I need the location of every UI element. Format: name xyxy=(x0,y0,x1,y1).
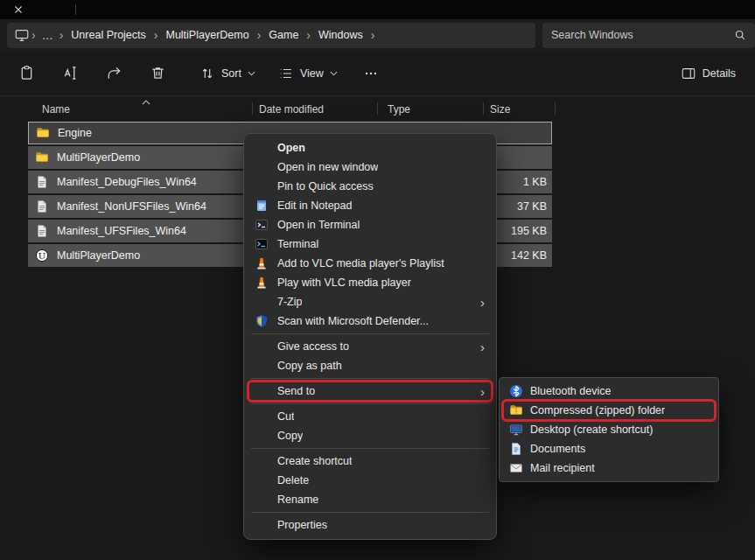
submenu-item-compressed-zipped-folder[interactable]: Compressed (zipped) folder xyxy=(503,401,715,420)
menu-item-label: Terminal xyxy=(277,238,318,250)
menu-item-label: Open in new window xyxy=(277,161,378,173)
menu-item-create-shortcut[interactable]: Create shortcut xyxy=(248,452,492,471)
menu-item-send-to[interactable]: Send to› xyxy=(248,382,492,401)
sort-ascending-icon xyxy=(142,100,150,105)
windows-terminal-icon xyxy=(255,237,269,251)
menu-item-properties[interactable]: Properties xyxy=(248,515,492,535)
menu-item-rename[interactable]: Rename xyxy=(248,490,492,509)
menu-item-copy-as-path[interactable]: Copy as path xyxy=(248,356,492,375)
column-header-name[interactable]: Name xyxy=(28,98,247,120)
chevron-right-icon[interactable]: › xyxy=(58,29,66,41)
folder-icon xyxy=(35,150,49,164)
terminal-icon xyxy=(255,218,269,232)
sort-button[interactable]: Sort xyxy=(192,58,262,89)
close-tab-icon[interactable] xyxy=(14,5,23,14)
rename-button[interactable] xyxy=(52,58,87,89)
zip-folder-icon xyxy=(509,403,523,417)
details-pane-label: Details xyxy=(703,67,736,80)
menu-item-label: Create shortcut xyxy=(277,455,352,467)
menu-item-label: Edit in Notepad xyxy=(277,200,352,212)
menu-item-label: Desktop (create shortcut) xyxy=(530,424,653,436)
breadcrumb-item-unreal-projects[interactable]: Unreal Projects xyxy=(65,26,151,44)
menu-separator xyxy=(251,333,489,334)
share-icon xyxy=(106,65,122,81)
submenu-item-desktop-create-shortcut[interactable]: Desktop (create shortcut) xyxy=(503,420,715,439)
menu-item-give-access-to[interactable]: Give access to› xyxy=(248,337,492,356)
this-pc-icon[interactable] xyxy=(14,27,30,43)
menu-separator xyxy=(251,448,489,449)
mail-icon xyxy=(509,461,523,475)
column-header-label: Type xyxy=(388,103,410,116)
menu-item-7-zip[interactable]: 7-Zip› xyxy=(248,292,492,312)
menu-item-edit-in-notepad[interactable]: Edit in Notepad xyxy=(248,196,492,215)
breadcrumb-item-windows[interactable]: Windows xyxy=(312,26,369,44)
vlc-icon xyxy=(255,256,269,270)
menu-item-play-with-vlc-media-player[interactable]: Play with VLC media player xyxy=(248,273,492,292)
column-header-label: Name xyxy=(42,103,70,116)
more-options-button[interactable] xyxy=(353,58,388,89)
breadcrumb-item-multiplayerdemo[interactable]: MultiPlayerDemo xyxy=(159,26,255,44)
menu-item-label: Compressed (zipped) folder xyxy=(530,404,665,416)
blank-icon xyxy=(255,410,269,424)
menu-item-open-in-new-window[interactable]: Open in new window xyxy=(248,158,492,177)
trash-icon xyxy=(150,65,166,81)
chevron-right-icon[interactable]: › xyxy=(30,29,38,41)
sort-button-label: Sort xyxy=(221,67,241,80)
text-file-icon xyxy=(35,224,49,238)
blank-icon xyxy=(255,141,269,155)
column-divider[interactable] xyxy=(252,102,253,115)
menu-item-open-in-terminal[interactable]: Open in Terminal xyxy=(248,215,492,234)
send-to-submenu: Bluetooth deviceCompressed (zipped) fold… xyxy=(499,377,719,482)
breadcrumb-ellipsis[interactable]: … xyxy=(38,29,58,42)
menu-item-delete[interactable]: Delete xyxy=(248,471,492,490)
menu-item-terminal[interactable]: Terminal xyxy=(248,234,492,254)
column-header-date-modified[interactable]: Date modified xyxy=(254,98,324,120)
menu-item-pin-to-quick-access[interactable]: Pin to Quick access xyxy=(248,177,492,196)
paste-button[interactable] xyxy=(9,58,44,89)
submenu-item-mail-recipient[interactable]: Mail recipient xyxy=(503,458,715,478)
chevron-right-icon[interactable]: › xyxy=(304,29,312,41)
view-button[interactable]: View xyxy=(271,58,345,89)
blank-icon xyxy=(255,359,269,373)
search-box[interactable]: Search Windows xyxy=(542,23,755,48)
chevron-down-icon xyxy=(248,71,255,76)
blank-icon xyxy=(255,454,269,468)
address-pill[interactable]: › … › Unreal Projects›MultiPlayerDemo›Ga… xyxy=(7,23,535,48)
chevron-right-icon: › xyxy=(480,296,485,309)
blank-icon xyxy=(255,518,269,532)
defender-icon xyxy=(255,314,269,328)
chevron-right-icon[interactable]: › xyxy=(255,29,263,41)
column-divider[interactable] xyxy=(555,102,556,115)
column-divider[interactable] xyxy=(377,102,378,115)
unreal-icon: U xyxy=(35,248,49,262)
menu-item-label: Scan with Microsoft Defender... xyxy=(277,315,429,327)
blank-icon xyxy=(255,160,269,174)
column-divider[interactable] xyxy=(483,102,484,115)
chevron-right-icon[interactable]: › xyxy=(369,29,377,41)
blank-icon xyxy=(255,384,269,398)
column-header-size[interactable]: Size xyxy=(485,98,510,120)
submenu-item-bluetooth-device[interactable]: Bluetooth device xyxy=(503,382,715,401)
share-button[interactable] xyxy=(96,58,131,89)
sort-icon xyxy=(199,66,215,81)
menu-item-scan-with-microsoft-defender[interactable]: Scan with Microsoft Defender... xyxy=(248,312,492,331)
breadcrumb: Unreal Projects›MultiPlayerDemo›Game›Win… xyxy=(65,26,376,44)
menu-item-label: Bluetooth device xyxy=(530,385,611,397)
menu-item-copy[interactable]: Copy xyxy=(248,426,492,445)
ellipsis-icon xyxy=(363,66,379,81)
breadcrumb-item-game[interactable]: Game xyxy=(262,26,304,44)
bluetooth-icon xyxy=(509,384,523,398)
column-header-label: Date modified xyxy=(259,103,324,116)
menu-item-cut[interactable]: Cut xyxy=(248,407,492,426)
menu-item-add-to-vlc-media-player-s-playlist[interactable]: Add to VLC media player's Playlist xyxy=(248,254,492,273)
chevron-right-icon[interactable]: › xyxy=(152,29,160,41)
menu-item-label: Delete xyxy=(277,474,309,486)
search-icon[interactable] xyxy=(734,29,746,41)
submenu-item-documents[interactable]: Documents xyxy=(503,439,715,458)
delete-button[interactable] xyxy=(140,58,175,89)
menu-item-label: 7-Zip xyxy=(277,296,302,308)
column-header-type[interactable]: Type xyxy=(382,98,410,120)
details-pane-button[interactable]: Details xyxy=(674,58,743,89)
menu-item-open[interactable]: Open xyxy=(248,138,492,158)
search-placeholder: Search Windows xyxy=(551,29,734,41)
